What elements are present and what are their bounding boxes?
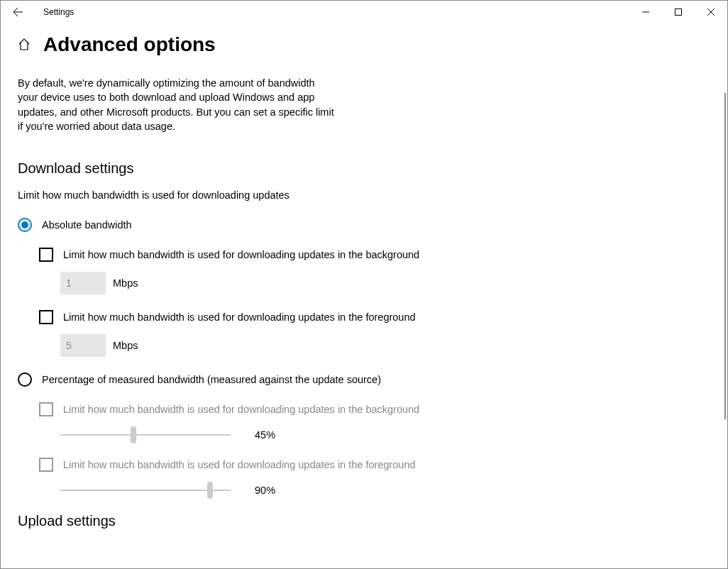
checkbox-download-background[interactable]: Limit how much bandwidth is used for dow… bbox=[39, 248, 710, 262]
checkbox-label: Limit how much bandwidth is used for dow… bbox=[63, 311, 416, 323]
radio-percentage-bandwidth[interactable]: Percentage of measured bandwidth (measur… bbox=[18, 372, 710, 387]
radio-label: Absolute bandwidth bbox=[42, 219, 132, 231]
slider-track bbox=[60, 434, 231, 436]
page-header: Advanced options bbox=[18, 33, 710, 56]
minimize-button[interactable] bbox=[629, 1, 662, 23]
checkbox-icon bbox=[39, 402, 53, 416]
scrollbar[interactable] bbox=[724, 93, 726, 419]
radio-label: Percentage of measured bandwidth (measur… bbox=[42, 374, 381, 385]
slider-percentage-background-row: 45% bbox=[60, 426, 710, 443]
back-button[interactable] bbox=[1, 1, 35, 23]
unit-label: Mbps bbox=[113, 277, 138, 289]
checkbox-percentage-background: Limit how much bandwidth is used for dow… bbox=[39, 402, 710, 416]
arrow-left-icon bbox=[12, 6, 23, 18]
download-section-title: Download settings bbox=[18, 160, 710, 177]
home-button[interactable] bbox=[18, 38, 31, 51]
download-foreground-input[interactable] bbox=[60, 334, 106, 357]
checkbox-icon bbox=[39, 310, 53, 324]
slider-thumb bbox=[207, 482, 213, 499]
slider-percentage-foreground bbox=[60, 482, 231, 499]
slider-track bbox=[60, 490, 231, 491]
radio-absolute-bandwidth[interactable]: Absolute bandwidth bbox=[18, 218, 710, 232]
window-controls bbox=[629, 1, 727, 23]
close-button[interactable] bbox=[695, 1, 727, 23]
checkbox-label: Limit how much bandwidth is used for dow… bbox=[63, 249, 419, 260]
unit-label: Mbps bbox=[113, 340, 138, 351]
checkbox-icon bbox=[39, 458, 53, 472]
maximize-icon bbox=[675, 9, 682, 16]
content-area: Advanced options By default, we're dynam… bbox=[1, 23, 727, 568]
home-icon bbox=[18, 38, 31, 51]
download-section-sub: Limit how much bandwidth is used for dow… bbox=[18, 189, 710, 201]
checkbox-label: Limit how much bandwidth is used for dow… bbox=[63, 404, 419, 415]
download-foreground-input-row: Mbps bbox=[60, 334, 710, 357]
download-background-input[interactable] bbox=[60, 272, 106, 294]
maximize-button[interactable] bbox=[662, 1, 695, 23]
checkbox-label: Limit how much bandwidth is used for dow… bbox=[63, 459, 416, 470]
close-icon bbox=[707, 9, 715, 16]
download-background-input-row: Mbps bbox=[60, 272, 710, 294]
upload-section-title: Upload settings bbox=[18, 513, 710, 529]
intro-text: By default, we're dynamically optimizing… bbox=[18, 76, 337, 133]
slider-percentage-background bbox=[60, 426, 231, 443]
slider-value: 90% bbox=[255, 485, 283, 496]
checkbox-icon bbox=[39, 248, 53, 262]
minimize-icon bbox=[642, 9, 649, 16]
titlebar: Settings bbox=[1, 1, 727, 23]
slider-thumb bbox=[131, 426, 136, 443]
page-title: Advanced options bbox=[43, 33, 216, 56]
radio-icon bbox=[18, 372, 32, 387]
checkbox-percentage-foreground: Limit how much bandwidth is used for dow… bbox=[39, 458, 710, 472]
window-title: Settings bbox=[35, 7, 74, 17]
slider-value: 45% bbox=[255, 429, 283, 441]
checkbox-download-foreground[interactable]: Limit how much bandwidth is used for dow… bbox=[39, 310, 710, 324]
svg-rect-1 bbox=[675, 9, 682, 16]
slider-percentage-foreground-row: 90% bbox=[60, 482, 710, 499]
radio-icon bbox=[18, 218, 32, 232]
